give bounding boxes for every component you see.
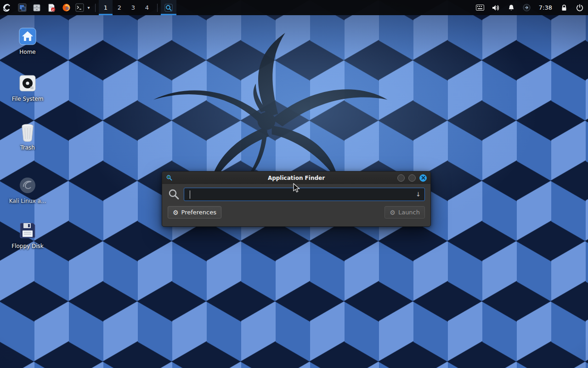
workspace-button-1[interactable]: 1 bbox=[99, 0, 113, 15]
panel-separator bbox=[95, 4, 96, 12]
file-manager-icon bbox=[33, 4, 41, 12]
clock-text: 7:38 bbox=[539, 4, 552, 11]
text-editor-launcher-button[interactable] bbox=[44, 0, 59, 15]
terminal-launcher-button[interactable] bbox=[74, 0, 85, 15]
status-circle-icon[interactable] bbox=[522, 3, 531, 12]
text-caret bbox=[190, 190, 190, 199]
notifications-bell-icon[interactable] bbox=[507, 3, 516, 12]
button-row: ⚙ Preferences ⚙ Launch bbox=[168, 206, 425, 218]
search-icon bbox=[168, 188, 180, 201]
kali-menu-icon bbox=[2, 3, 12, 13]
search-input[interactable]: ↓ bbox=[184, 188, 425, 201]
terminal-dropdown-button[interactable]: ▾ bbox=[85, 0, 92, 15]
terminal-icon bbox=[75, 3, 84, 12]
workspace-2-label: 2 bbox=[118, 4, 121, 11]
maximize-button[interactable] bbox=[408, 174, 416, 182]
desktop-icon-label: Floppy Disk bbox=[11, 243, 44, 249]
lock-icon[interactable] bbox=[560, 3, 569, 12]
desktop-icon-label: Kali Linux a... bbox=[9, 198, 46, 204]
panel-clock[interactable]: 7:38 bbox=[538, 4, 553, 11]
window-controls bbox=[397, 174, 427, 182]
chevron-down-icon: ▾ bbox=[87, 5, 90, 10]
text-editor-icon bbox=[47, 4, 56, 12]
panel-separator bbox=[157, 4, 158, 12]
volume-icon[interactable] bbox=[491, 3, 500, 12]
firefox-launcher-button[interactable] bbox=[59, 0, 74, 15]
file-manager-launcher-button[interactable] bbox=[29, 0, 44, 15]
file-system-icon bbox=[18, 74, 37, 93]
home-icon bbox=[18, 27, 37, 46]
windows-launcher-button[interactable] bbox=[15, 0, 29, 15]
preferences-button[interactable]: ⚙ Preferences bbox=[168, 206, 221, 218]
floppy-disk-icon bbox=[18, 221, 37, 240]
workspace-4-label: 4 bbox=[145, 4, 149, 11]
panel-right-group: 7:38 bbox=[475, 0, 588, 15]
launch-label: Launch bbox=[398, 209, 420, 216]
minimize-button[interactable] bbox=[397, 174, 405, 182]
preferences-label: Preferences bbox=[181, 209, 216, 216]
launch-button[interactable]: ⚙ Launch bbox=[384, 206, 425, 218]
workspace-button-3[interactable]: 3 bbox=[126, 0, 140, 15]
top-panel: ▾ 1 2 3 4 bbox=[0, 0, 588, 15]
titlebar[interactable]: Application Finder bbox=[162, 172, 430, 184]
desktop-icon-floppy-disk[interactable]: Floppy Disk bbox=[6, 221, 50, 249]
firefox-icon bbox=[62, 3, 71, 12]
gear-icon: ⚙ bbox=[173, 209, 179, 216]
desktop-icon-label: File System bbox=[12, 96, 44, 102]
close-icon bbox=[421, 176, 425, 180]
desktop-icon-home[interactable]: Home bbox=[6, 27, 50, 55]
window-title: Application Finder bbox=[162, 175, 430, 181]
desktop-icon-trash[interactable]: Trash bbox=[6, 122, 50, 151]
workspace-button-2[interactable]: 2 bbox=[113, 0, 126, 15]
keyboard-layout-icon[interactable] bbox=[475, 3, 485, 12]
desktop-icon-kali-docs[interactable]: Kali Linux a... bbox=[6, 176, 50, 204]
taskbar-application-finder-button[interactable] bbox=[161, 0, 176, 15]
desktop-icon-label: Home bbox=[19, 49, 35, 55]
trash-icon bbox=[18, 122, 37, 142]
close-button[interactable] bbox=[419, 174, 427, 182]
workspace-1-label: 1 bbox=[104, 4, 107, 11]
application-finder-window: Application Finder ↓ ⚙ P bbox=[162, 171, 431, 227]
applications-menu-button[interactable] bbox=[0, 0, 15, 15]
dropdown-arrow-icon[interactable]: ↓ bbox=[412, 191, 424, 198]
launch-icon: ⚙ bbox=[390, 209, 396, 216]
panel-left-group: ▾ 1 2 3 4 bbox=[0, 0, 176, 15]
desktop-icon-label: Trash bbox=[20, 144, 35, 151]
kali-docs-icon bbox=[18, 176, 37, 195]
workspace-button-4[interactable]: 4 bbox=[140, 0, 154, 15]
desktop-icon-file-system[interactable]: File System bbox=[6, 74, 50, 102]
window-app-icon bbox=[166, 174, 173, 181]
workspace-3-label: 3 bbox=[131, 4, 135, 11]
search-row: ↓ bbox=[168, 188, 425, 201]
finder-body: ↓ ⚙ Preferences ⚙ Launch bbox=[162, 184, 430, 223]
application-finder-icon bbox=[164, 4, 173, 12]
windows-icon bbox=[18, 3, 27, 12]
logout-icon[interactable] bbox=[575, 3, 584, 12]
